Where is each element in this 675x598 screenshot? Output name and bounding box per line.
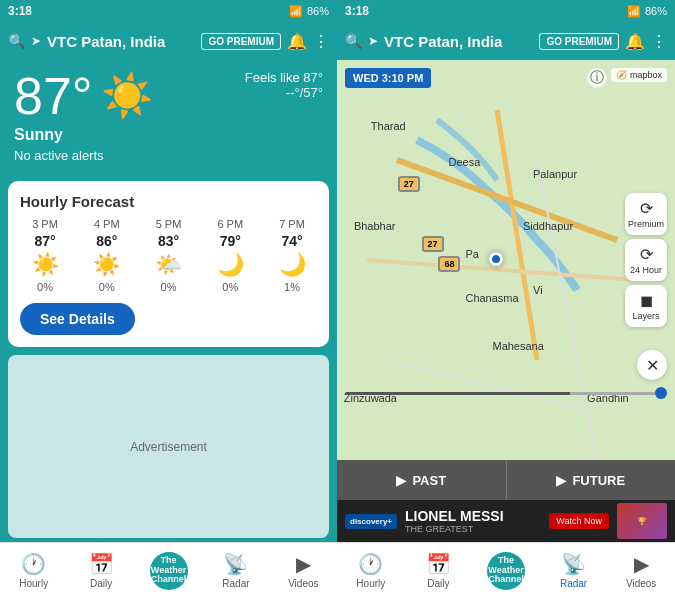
messi-subtitle: THE GREATEST (405, 524, 541, 534)
hour-item-0: 3 PM 87° ☀️ 0% (20, 218, 70, 293)
timeline-dot (655, 387, 667, 399)
right-nav-label-videos: Videos (626, 578, 656, 589)
discovery-text: LIONEL MESSI THE GREATEST (405, 508, 541, 534)
right-search-icon[interactable]: 🔍 (345, 33, 362, 49)
right-notifications-icon[interactable]: 🔔 (625, 32, 645, 51)
right-play-icon: ▶ (634, 552, 649, 576)
notifications-icon[interactable]: 🔔 (287, 32, 307, 51)
weather-condition-icon: ☀️ (101, 75, 153, 117)
nav-item-radar[interactable]: 📡 Radar (202, 543, 269, 598)
right-nav-label-daily: Daily (427, 578, 449, 589)
watch-now-button[interactable]: Watch Now (549, 513, 609, 529)
location-dot (489, 252, 503, 266)
hourly-row: 3 PM 87° ☀️ 0% 4 PM 86° ☀️ 0% 5 PM 83° 🌤… (20, 218, 317, 293)
past-future-bar: ▶ PAST ▶ FUTURE (337, 460, 675, 500)
calendar-icon: 📅 (89, 552, 114, 576)
nav-label-hourly: Hourly (19, 578, 48, 589)
clock-icon: 🕐 (21, 552, 46, 576)
timeline-bar (337, 382, 675, 404)
search-icon[interactable]: 🔍 (8, 33, 25, 49)
layers-icon: ◼ (640, 291, 653, 310)
forecast-card: Hourly Forecast 3 PM 87° ☀️ 0% 4 PM 86° … (8, 181, 329, 347)
go-premium-button[interactable]: GO PREMIUM (201, 33, 281, 50)
navigation-icon: ➤ (31, 34, 41, 48)
nav-item-daily[interactable]: 📅 Daily (67, 543, 134, 598)
past-button[interactable]: ▶ PAST (337, 460, 507, 500)
search-bar: 🔍 ➤ VTC Patan, India GO PREMIUM 🔔 ⋮ (0, 22, 337, 60)
right-more-options-icon[interactable]: ⋮ (651, 32, 667, 51)
hour-item-1: 4 PM 86° ☀️ 0% (82, 218, 132, 293)
right-panel: 3:18 📶 86% 🔍 ➤ VTC Patan, India GO PREMI… (337, 0, 675, 598)
timeline-line[interactable] (345, 392, 667, 395)
radar-icon: 📡 (223, 552, 248, 576)
layers-control[interactable]: ◼ Layers (625, 285, 667, 327)
right-calendar-icon: 📅 (426, 552, 451, 576)
twc-logo: TheWeatherChannel (150, 552, 188, 590)
future-button[interactable]: ▶ FUTURE (507, 460, 676, 500)
past-play-icon: ▶ (396, 473, 406, 488)
nav-item-twc[interactable]: TheWeatherChannel (135, 543, 202, 598)
battery-icon: 86% (307, 5, 329, 17)
right-twc-logo: TheWeatherChannel (487, 552, 525, 590)
layers-label: Layers (632, 311, 659, 321)
future-label: FUTURE (572, 473, 625, 488)
left-panel: 3:18 📶 86% 🔍 ➤ VTC Patan, India GO PREMI… (0, 0, 337, 598)
close-button[interactable]: ✕ (637, 350, 667, 380)
messi-image: 🏆 (617, 503, 667, 539)
right-nav-twc[interactable]: TheWeatherChannel (472, 543, 540, 598)
condition-text: Sunny (14, 126, 323, 144)
right-status-time: 3:18 (345, 4, 369, 18)
forecast-title: Hourly Forecast (20, 193, 317, 210)
hour-icon-3: 🌙 (217, 252, 244, 278)
24hour-control[interactable]: ⟳ 24 Hour (625, 239, 667, 281)
road-badge-68: 68 (438, 256, 460, 272)
hour-temp-4: 74° (281, 233, 302, 249)
right-nav-daily[interactable]: 📅 Daily (405, 543, 473, 598)
premium-control[interactable]: ⟳ Premium (625, 193, 667, 235)
hour-item-2: 5 PM 83° 🌤️ 0% (144, 218, 194, 293)
see-details-button[interactable]: See Details (20, 303, 135, 335)
right-nav-radar[interactable]: 📡 Radar (540, 543, 608, 598)
more-options-icon[interactable]: ⋮ (313, 32, 329, 51)
discovery-banner: discovery+ LIONEL MESSI THE GREATEST Wat… (337, 500, 675, 542)
hour-item-4: 7 PM 74° 🌙 1% (267, 218, 317, 293)
play-icon: ▶ (296, 552, 311, 576)
hour-time-2: 5 PM (156, 218, 182, 230)
right-clock-icon: 🕐 (358, 552, 383, 576)
nav-item-videos[interactable]: ▶ Videos (270, 543, 337, 598)
signal-icon: 📶 (289, 5, 303, 18)
hour-temp-2: 83° (158, 233, 179, 249)
compass-icon: 🧭 (616, 70, 627, 80)
right-go-premium-button[interactable]: GO PREMIUM (539, 33, 619, 50)
status-icons: 📶 86% (289, 5, 329, 18)
right-navigation-icon: ➤ (368, 34, 378, 48)
mapbox-label: mapbox (630, 70, 662, 80)
messi-name: LIONEL MESSI (405, 508, 541, 524)
nav-item-hourly[interactable]: 🕐 Hourly (0, 543, 67, 598)
right-battery-icon: 86% (645, 5, 667, 17)
hour-time-1: 4 PM (94, 218, 120, 230)
right-nav-videos[interactable]: ▶ Videos (607, 543, 675, 598)
location-text: VTC Patan, India (47, 33, 195, 50)
hour-precip-0: 0% (37, 281, 53, 293)
hour-precip-1: 0% (99, 281, 115, 293)
nav-label-videos: Videos (288, 578, 318, 589)
ad-banner: Advertisement (8, 355, 329, 538)
temp-range: --°/57° (245, 85, 323, 100)
hour-icon-0: ☀️ (32, 252, 59, 278)
messi-photo: 🏆 (637, 517, 647, 526)
map-info-icon[interactable]: ⓘ (587, 68, 607, 88)
status-time: 3:18 (8, 4, 32, 18)
left-bottom-nav: 🕐 Hourly 📅 Daily TheWeatherChannel 📡 Rad… (0, 542, 337, 598)
date-badge: WED 3:10 PM (345, 68, 431, 88)
24hour-label: 24 Hour (630, 265, 662, 275)
feels-like-label: Feels like 87° (245, 70, 323, 85)
right-location-text: VTC Patan, India (384, 33, 533, 50)
right-nav-hourly[interactable]: 🕐 Hourly (337, 543, 405, 598)
hour-item-3: 6 PM 79° 🌙 0% (205, 218, 255, 293)
hour-precip-4: 1% (284, 281, 300, 293)
hour-icon-4: 🌙 (279, 252, 306, 278)
premium-label: Premium (628, 219, 664, 229)
hour-precip-2: 0% (161, 281, 177, 293)
right-radar-icon: 📡 (561, 552, 586, 576)
